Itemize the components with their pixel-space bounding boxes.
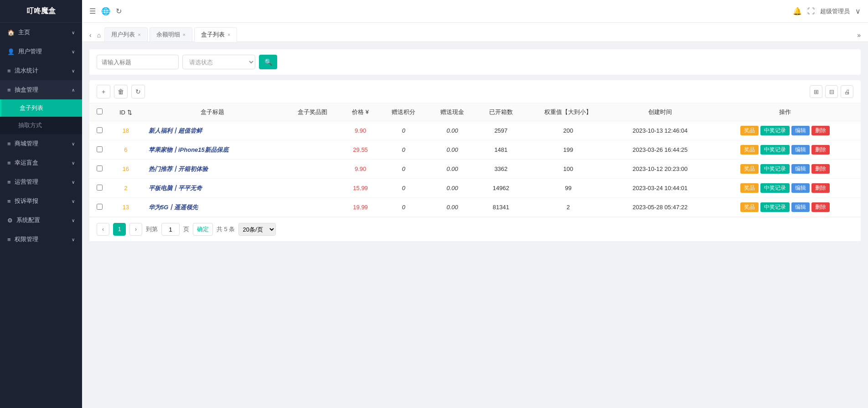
- sidebar-item-user-management[interactable]: 👤 用户管理 ∨: [0, 42, 82, 61]
- action-btn-编辑[interactable]: 编辑: [791, 202, 810, 212]
- page-size-select[interactable]: 20条/页 10条/页 50条/页 100条/页: [238, 223, 276, 236]
- action-btn-删除[interactable]: 删除: [811, 183, 830, 193]
- row-image: [284, 160, 341, 179]
- sidebar-item-home[interactable]: 🏠 主页 ∨: [0, 23, 82, 42]
- page-prev-button[interactable]: ‹: [97, 223, 109, 236]
- col-header-weight[interactable]: 权重值【大到小】: [525, 103, 611, 121]
- search-icon: 🔍: [264, 58, 272, 66]
- chevron-down-icon[interactable]: ∨: [855, 7, 861, 15]
- action-btn-中奖记录[interactable]: 中奖记录: [760, 126, 790, 135]
- tab-box-list[interactable]: 盒子列表 ×: [194, 27, 237, 42]
- sidebar-item-box-list[interactable]: 盒子列表: [0, 99, 82, 117]
- app-logo: 叮咚魔盒: [0, 0, 82, 23]
- lottery-submenu: 盒子列表 抽取方式: [0, 99, 82, 134]
- sidebar-item-operations[interactable]: ≡ 运营管理 ∨: [0, 172, 82, 191]
- action-btn-删除[interactable]: 删除: [811, 145, 830, 155]
- menu-toggle-icon[interactable]: ☰: [89, 7, 96, 15]
- row-actions: 奖品中奖记录编辑删除: [709, 121, 861, 140]
- sidebar-item-traffic-stats[interactable]: ≡ 流水统计 ∨: [0, 61, 82, 80]
- action-btn-中奖记录[interactable]: 中奖记录: [760, 183, 790, 193]
- checkbox-header[interactable]: [89, 103, 110, 121]
- print-button[interactable]: 🖨: [841, 85, 853, 98]
- total-count: 共 5 条: [217, 225, 235, 233]
- row-title: 平板电脑丨平平无奇: [141, 179, 284, 198]
- trash-icon: 🗑: [118, 88, 124, 95]
- refresh-button[interactable]: ↻: [131, 85, 145, 98]
- sidebar-item-draw-method[interactable]: 抽取方式: [0, 117, 82, 134]
- action-btn-编辑[interactable]: 编辑: [791, 145, 810, 155]
- row-weight: 99: [525, 179, 611, 198]
- action-btn-中奖记录[interactable]: 中奖记录: [760, 164, 790, 174]
- action-btn-删除[interactable]: 删除: [811, 164, 830, 174]
- row-checkbox[interactable]: [89, 198, 110, 217]
- sidebar-item-permissions[interactable]: ≡ 权限管理 ∨: [0, 230, 82, 249]
- row-checkbox[interactable]: [89, 160, 110, 179]
- col-header-created[interactable]: 创建时间: [611, 103, 709, 121]
- action-btn-编辑[interactable]: 编辑: [791, 183, 810, 193]
- operations-icon: ≡: [7, 179, 11, 186]
- sidebar-item-complaints[interactable]: ≡ 投诉举报 ∨: [0, 191, 82, 211]
- goto-confirm-button[interactable]: 确定: [193, 223, 213, 236]
- sidebar-item-shop-management[interactable]: ≡ 商城管理 ∨: [0, 134, 82, 153]
- fullscreen-icon[interactable]: ⛶: [807, 7, 815, 15]
- columns-view-button[interactable]: ⊟: [825, 85, 838, 98]
- col-header-title[interactable]: 盒子标题: [141, 103, 284, 121]
- chevron-down-icon: ∨: [72, 180, 75, 185]
- sidebar-item-lottery-management[interactable]: ≡ 抽盒管理 ∧: [0, 80, 82, 99]
- close-icon[interactable]: ×: [183, 32, 186, 37]
- chevron-down-icon: ∨: [72, 218, 75, 223]
- globe-icon[interactable]: 🌐: [101, 7, 110, 15]
- action-btn-编辑[interactable]: 编辑: [791, 126, 810, 135]
- search-button[interactable]: 🔍: [259, 55, 277, 69]
- chevron-down-icon: ∨: [72, 68, 75, 73]
- tab-user-list[interactable]: 用户列表 ×: [104, 27, 147, 41]
- tab-nav-prev[interactable]: ‹: [88, 31, 93, 39]
- table-row: 13 华为5G丨遥遥领先 19.99 0 0.00 81341 2 2023-0…: [89, 198, 861, 217]
- action-btn-编辑[interactable]: 编辑: [791, 164, 810, 174]
- page-1-button[interactable]: 1: [113, 223, 126, 236]
- action-btn-中奖记录[interactable]: 中奖记录: [760, 145, 790, 155]
- action-btn-删除[interactable]: 删除: [811, 126, 830, 135]
- action-btn-奖品[interactable]: 奖品: [740, 126, 759, 135]
- row-checkbox[interactable]: [89, 179, 110, 198]
- action-btn-中奖记录[interactable]: 中奖记录: [760, 202, 790, 212]
- filter-bar: 请选状态 🔍: [89, 49, 861, 75]
- action-btn-奖品[interactable]: 奖品: [740, 183, 759, 193]
- tab-home-btn[interactable]: ⌂: [95, 31, 103, 39]
- action-btn-奖品[interactable]: 奖品: [740, 164, 759, 174]
- delete-button[interactable]: 🗑: [114, 85, 128, 98]
- tab-balance-detail[interactable]: 余额明细 ×: [150, 27, 192, 41]
- row-created: 2023-10-13 12:46:04: [611, 121, 709, 140]
- col-header-bonus-cash: 赠送现金: [428, 103, 477, 121]
- grid-view-button[interactable]: ⊞: [810, 85, 822, 98]
- refresh-icon[interactable]: ↻: [116, 7, 122, 15]
- row-actions: 奖品中奖记录编辑删除: [709, 198, 861, 217]
- sidebar-item-label: 用户管理: [18, 47, 42, 56]
- close-icon[interactable]: ×: [227, 32, 230, 37]
- permissions-icon: ≡: [7, 236, 11, 243]
- action-btn-奖品[interactable]: 奖品: [740, 202, 759, 212]
- action-btn-奖品[interactable]: 奖品: [740, 145, 759, 155]
- page-next-button[interactable]: ›: [129, 223, 142, 236]
- row-checkbox[interactable]: [89, 140, 110, 160]
- add-button[interactable]: +: [97, 85, 110, 98]
- row-title: 苹果家物丨iPhone15新品保底: [141, 140, 284, 160]
- sidebar-item-system-config[interactable]: ⚙ 系统配置 ∨: [0, 211, 82, 230]
- status-select[interactable]: 请选状态: [182, 55, 255, 69]
- select-all-checkbox[interactable]: [97, 108, 103, 114]
- title-search-input[interactable]: [97, 55, 179, 69]
- goto-page-input[interactable]: [161, 223, 180, 236]
- tab-nav-next[interactable]: »: [855, 31, 863, 39]
- row-id: 18: [110, 121, 141, 140]
- col-header-price[interactable]: 价格 ¥: [341, 103, 379, 121]
- notification-icon[interactable]: 🔔: [793, 7, 802, 15]
- sidebar-item-lucky-blind-box[interactable]: ≡ 幸运盲盒 ∨: [0, 153, 82, 172]
- action-btn-删除[interactable]: 删除: [811, 202, 830, 212]
- col-header-actions: 操作: [709, 103, 861, 121]
- row-price: 15.99: [341, 179, 379, 198]
- tab-label: 用户列表: [111, 31, 135, 39]
- row-checkbox[interactable]: [89, 121, 110, 140]
- table-toolbar: + 🗑 ↻ ⊞ ⊟ 🖨: [89, 80, 861, 103]
- close-icon[interactable]: ×: [138, 32, 140, 37]
- col-header-id[interactable]: ID ⇅: [110, 103, 141, 121]
